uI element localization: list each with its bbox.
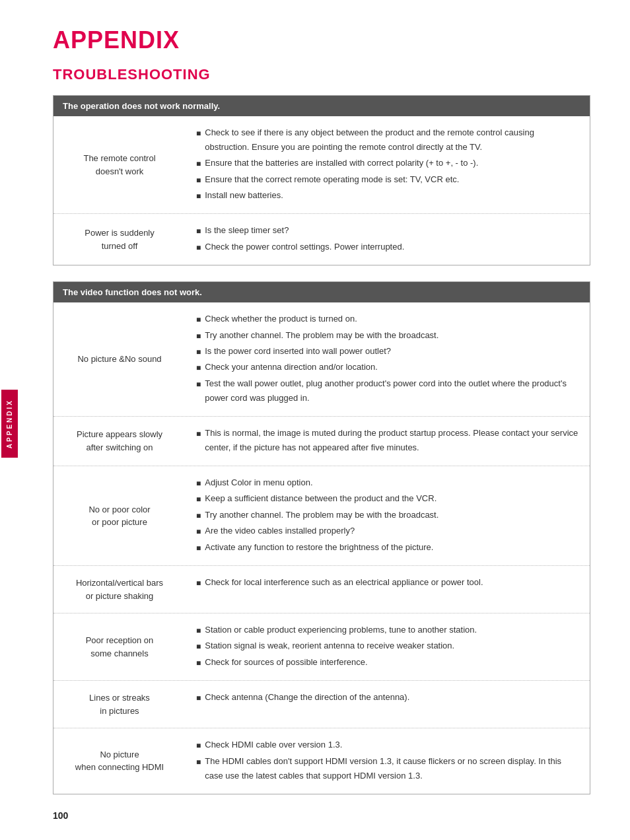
bullet-icon: ■ [196,542,201,555]
bullet-item: ■Check to see if there is any object bet… [196,125,579,155]
row-content: ■Check whether the product is turned on.… [186,302,590,416]
section-title: TROUBLESHOOTING [53,66,590,83]
bullet-icon: ■ [196,509,201,522]
bullet-item: ■Check antenna (Change the direction of … [196,690,579,705]
row-label: The remote control doesn't work [53,116,186,213]
bullet-text: Adjust Color in menu option. [205,475,579,490]
row-label: Picture appears slowly after switching o… [53,417,186,466]
row-content: ■Station or cable product experiencing p… [186,613,590,680]
bullet-item: ■The HDMI cables don't support HDMI vers… [196,754,579,783]
bullet-text: Install new batteries. [205,188,579,203]
table-row: No picture when connecting HDMI■Check HD… [53,728,590,794]
bullet-icon: ■ [196,225,201,238]
row-label: Lines or streaks in pictures [53,681,186,728]
bullet-item: ■Keep a sufficient distance between the … [196,491,579,506]
bullet-text: Is the sleep timer set? [205,223,579,238]
bullet-text: Try another channel. The problem may be … [205,508,579,522]
bullet-icon: ■ [196,624,201,637]
row-content: ■Check antenna (Change the direction of … [186,681,590,728]
bullet-item: ■This is normal, the image is muted duri… [196,426,579,455]
bullet-item: ■Check the power control settings. Power… [196,240,579,254]
bullet-item: ■Try another channel. The problem may be… [196,508,579,522]
appendix-side-label: APPENDIX [1,390,18,458]
row-label: No picture &No sound [53,302,186,416]
bullet-icon: ■ [196,577,201,590]
bullet-item: ■Ensure that the correct remote operatin… [196,172,579,187]
bullet-text: Are the video cables installed properly? [205,524,579,538]
bullet-text: Check the power control settings. Power … [205,240,579,254]
bullet-icon: ■ [196,345,201,359]
bullet-text: Check whether the product is turned on. [205,312,579,326]
operation-table: The operation does not work normally. Th… [53,95,590,265]
row-label: No or poor color or poor picture [53,466,186,565]
bullet-item: ■Are the video cables installed properly… [196,524,579,538]
bullet-icon: ■ [196,127,201,140]
table-row: Poor reception on some channels■Station … [53,613,590,680]
row-label: Power is suddenly turned off [53,214,186,265]
bullet-icon: ■ [196,157,201,170]
bullet-text: Is the power cord inserted into wall pow… [205,344,579,359]
bullet-item: ■Ensure that the batteries are installed… [196,156,579,170]
bullet-item: ■Check for local interference such as an… [196,575,579,590]
table-row: No picture &No sound■Check whether the p… [53,302,590,416]
bullet-item: ■Is the power cord inserted into wall po… [196,344,579,359]
bullet-icon: ■ [196,241,201,254]
bullet-text: Try another channel. The problem may be … [205,328,579,343]
bullet-item: ■Install new batteries. [196,188,579,203]
bullet-icon: ■ [196,525,201,538]
page-title: APPENDIX [53,26,590,54]
bullet-icon: ■ [196,739,201,752]
table1-header: The operation does not work normally. [53,96,590,116]
bullet-item: ■Adjust Color in menu option. [196,475,579,490]
bullet-icon: ■ [196,313,201,326]
bullet-text: Check for local interference such as an … [205,575,579,590]
bullet-icon: ■ [196,361,201,374]
bullet-text: Check HDMI cable over version 1.3. [205,738,579,752]
bullet-icon: ■ [196,190,201,203]
table-row: Picture appears slowly after switching o… [53,416,590,466]
bullet-icon: ■ [196,755,201,769]
bullet-icon: ■ [196,691,201,705]
bullet-icon: ■ [196,330,201,343]
bullet-icon: ■ [196,427,201,440]
bullet-text: Activate any function to restore the bri… [205,540,579,555]
bullet-icon: ■ [196,378,201,391]
bullet-text: The HDMI cables don't support HDMI versi… [205,754,579,783]
bullet-item: ■Station or cable product experiencing p… [196,623,579,637]
row-label: No picture when connecting HDMI [53,728,186,794]
bullet-item: ■Check for sources of possible interfere… [196,655,579,670]
row-content: ■Adjust Color in menu option.■Keep a suf… [186,466,590,565]
bullet-text: This is normal, the image is muted durin… [205,426,579,455]
bullet-item: ■Check whether the product is turned on. [196,312,579,326]
bullet-icon: ■ [196,656,201,670]
row-label: Horizontal/vertical bars or picture shak… [53,566,186,613]
row-content: ■Check for local interference such as an… [186,566,590,613]
bullet-text: Keep a sufficient distance between the p… [205,491,579,506]
table-row: Power is suddenly turned off■Is the slee… [53,213,590,265]
bullet-item: ■Station signal is weak, reorient antenn… [196,639,579,653]
table-row: The remote control doesn't work■Check to… [53,116,590,213]
bullet-text: Check antenna (Change the direction of t… [205,690,579,705]
row-content: ■Check to see if there is any object bet… [186,116,590,213]
table1-rows: The remote control doesn't work■Check to… [53,116,590,265]
page-number: 100 [53,810,590,821]
table-row: No or poor color or poor picture■Adjust … [53,466,590,565]
bullet-text: Test the wall power outlet, plug another… [205,376,579,405]
bullet-icon: ■ [196,493,201,506]
bullet-item: ■Activate any function to restore the br… [196,540,579,555]
bullet-item: ■Try another channel. The problem may be… [196,328,579,343]
bullet-icon: ■ [196,174,201,187]
row-content: ■Check HDMI cable over version 1.3.■The … [186,728,590,794]
bullet-item: ■Is the sleep timer set? [196,223,579,238]
table2-header: The video function does not work. [53,282,590,302]
bullet-text: Check your antenna direction and/or loca… [205,360,579,374]
bullet-icon: ■ [196,640,201,653]
side-bar: APPENDIX [0,0,18,840]
bullet-text: Check for sources of possible interferen… [205,655,579,670]
row-content: ■Is the sleep timer set?■Check the power… [186,214,590,265]
bullet-icon: ■ [196,477,201,490]
bullet-text: Check to see if there is any object betw… [205,125,579,155]
row-label: Poor reception on some channels [53,613,186,680]
bullet-text: Station or cable product experiencing pr… [205,623,579,637]
video-table: The video function does not work. No pic… [53,281,590,794]
